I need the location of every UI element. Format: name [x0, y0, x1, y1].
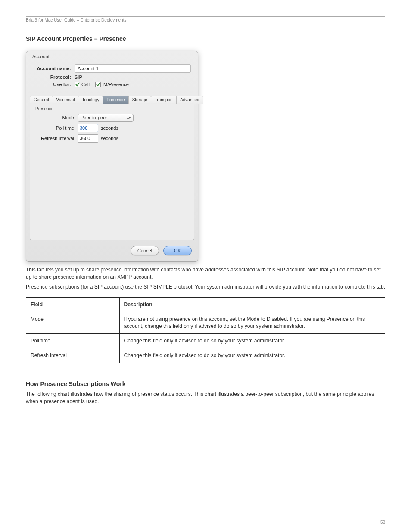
poll-unit: seconds — [101, 125, 118, 131]
howworks-paragraph: The following chart illustrates how the … — [26, 391, 385, 406]
tab-voicemail[interactable]: Voicemail — [53, 96, 79, 104]
mode-label: Mode — [34, 115, 78, 120]
header-left: Bria 3 for Mac User Guide – Enterprise D… — [26, 18, 126, 22]
presence-group-label: Presence — [35, 106, 190, 111]
tab-general[interactable]: General — [30, 96, 53, 104]
table-row: Poll time Change this field only if advi… — [26, 334, 385, 348]
account-name-label: Account name: — [33, 66, 75, 71]
presence-panel: Presence Mode Peer-to-peer ▴▾ Poll time … — [30, 104, 194, 240]
im-checkbox[interactable] — [95, 82, 101, 87]
intro-paragraph-2: Presence subscriptions (for a SIP accoun… — [26, 283, 385, 291]
mode-select-value: Peer-to-peer — [81, 115, 107, 120]
tab-advanced[interactable]: Advanced — [176, 96, 203, 104]
window-title: Account — [26, 51, 198, 60]
page-number: 52 — [380, 520, 385, 525]
cell-field: Mode — [26, 312, 120, 334]
table-row: Refresh interval Change this field only … — [26, 348, 385, 363]
refresh-label: Refresh interval — [34, 136, 78, 141]
tab-transport[interactable]: Transport — [151, 96, 177, 104]
tab-topology[interactable]: Topology — [78, 96, 103, 104]
tab-presence[interactable]: Presence — [103, 96, 128, 104]
call-checkbox-label: Call — [81, 82, 90, 87]
cell-field: Poll time — [26, 334, 120, 348]
im-checkbox-label: IM/Presence — [102, 82, 129, 87]
protocol-value: SIP — [75, 75, 82, 80]
mode-select[interactable]: Peer-to-peer ▴▾ — [78, 114, 134, 122]
howworks-heading: How Presence Subscriptions Work — [26, 380, 385, 387]
fields-table: Field Description Mode If you are not us… — [26, 297, 385, 363]
usefor-label: Use for: — [33, 82, 75, 87]
call-checkbox[interactable] — [75, 82, 80, 87]
cell-desc: If you are not using presence on this ac… — [119, 312, 385, 334]
account-name-input[interactable] — [75, 64, 191, 73]
cell-desc: Change this field only if advised to do … — [119, 334, 385, 348]
account-dialog: Account Account name: Protocol: SIP Use … — [26, 51, 198, 262]
cancel-button[interactable]: Cancel — [131, 246, 159, 255]
poll-input[interactable] — [78, 124, 98, 132]
refresh-unit: seconds — [101, 136, 118, 141]
protocol-label: Protocol: — [33, 75, 75, 80]
refresh-input[interactable] — [78, 134, 98, 143]
ok-button[interactable]: OK — [163, 246, 192, 255]
table-header-description: Description — [119, 297, 385, 312]
cell-desc: Change this field only if advised to do … — [119, 348, 385, 363]
poll-label: Poll time — [34, 125, 78, 131]
chevron-updown-icon: ▴▾ — [127, 116, 131, 120]
cell-field: Refresh interval — [26, 348, 120, 363]
table-header-field: Field — [26, 297, 120, 312]
intro-paragraph-1: This tab lets you set up to share presen… — [26, 266, 385, 281]
table-row: Mode If you are not using presence on th… — [26, 312, 385, 334]
tab-storage[interactable]: Storage — [128, 96, 151, 104]
section-heading: SIP Account Properties – Presence — [26, 35, 385, 42]
tab-bar: General Voicemail Topology Presence Stor… — [30, 95, 194, 104]
